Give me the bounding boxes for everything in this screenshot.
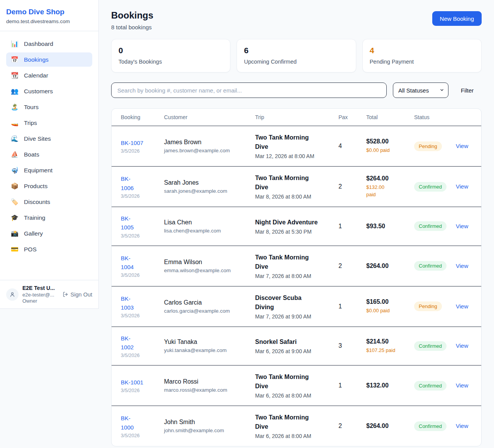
sidebar-item-pos[interactable]: 💳 POS bbox=[6, 242, 92, 256]
booking-id-link[interactable]: BK-1005 bbox=[121, 214, 139, 232]
trip-name: Two Tank Morning Dive bbox=[255, 413, 320, 431]
search-input[interactable] bbox=[111, 83, 387, 98]
table-row: BK-1001 3/5/2026 Marco Rossi marco.rossi… bbox=[112, 365, 481, 406]
booking-date: 3/5/2026 bbox=[121, 313, 159, 318]
sidebar-item-tours[interactable]: 🏝️ Tours bbox=[6, 100, 92, 114]
graduation-cap-icon: 🎓 bbox=[11, 214, 19, 221]
sidebar-item-customers[interactable]: 👥 Customers bbox=[6, 84, 92, 98]
view-link[interactable]: View bbox=[456, 382, 468, 389]
total-cell: $214.50 $107.25 paid bbox=[366, 338, 414, 354]
table-row: BK-1000 3/5/2026 John Smith john.smith@e… bbox=[112, 406, 481, 446]
sign-out-label: Sign Out bbox=[71, 291, 92, 298]
status-cell: Confirmed bbox=[414, 182, 456, 192]
total-amount: $528.00 bbox=[366, 138, 409, 145]
pax-cell: 1 bbox=[338, 382, 366, 389]
customer-cell: Marco Rossi marco.rossi@example.com bbox=[164, 378, 255, 393]
sidebar-item-boats[interactable]: ⛵ Boats bbox=[6, 147, 92, 162]
stat-value: 6 bbox=[244, 46, 349, 55]
speedboat-icon: 🚤 bbox=[11, 119, 19, 126]
pax-cell: 4 bbox=[338, 143, 366, 150]
trip-name: Two Tank Morning Dive bbox=[255, 372, 320, 391]
booking-id-link[interactable]: BK-1001 bbox=[121, 378, 143, 387]
view-link[interactable]: View bbox=[456, 183, 468, 190]
sidebar-item-equipment[interactable]: 🤿 Equipment bbox=[6, 163, 92, 177]
sidebar-item-dive-sites[interactable]: 🌊 Dive Sites bbox=[6, 131, 92, 146]
sidebar-item-discounts[interactable]: 🏷️ Discounts bbox=[6, 195, 92, 209]
status-cell: Confirmed bbox=[414, 341, 456, 351]
status-badge: Confirmed bbox=[414, 341, 447, 351]
stat-label: Upcoming Confirmed bbox=[244, 59, 349, 65]
sidebar-item-dashboard[interactable]: 📊 Dashboard bbox=[6, 37, 92, 51]
column-header-customer: Customer bbox=[164, 114, 255, 120]
view-link[interactable]: View bbox=[456, 342, 468, 349]
booking-id-link[interactable]: BK-1007 bbox=[121, 138, 143, 147]
total-cell: $132.00 bbox=[366, 382, 414, 389]
customer-cell: Carlos Garcia carlos.garcia@example.com bbox=[164, 299, 255, 314]
sidebar-item-label: Discounts bbox=[24, 199, 50, 205]
sidebar-item-gallery[interactable]: 📸 Gallery bbox=[6, 226, 92, 241]
sidebar-item-products[interactable]: 📦 Products bbox=[6, 179, 92, 193]
sidebar-item-calendar[interactable]: 📆 Calendar bbox=[6, 68, 92, 83]
trip-datetime: Mar 7, 2026 at 8:00 AM bbox=[255, 273, 334, 279]
sidebar-item-label: POS bbox=[24, 246, 37, 253]
booking-date: 3/5/2026 bbox=[121, 388, 159, 393]
status-cell: Confirmed bbox=[414, 381, 456, 391]
view-link[interactable]: View bbox=[456, 423, 468, 429]
status-select-wrap: All Statuses bbox=[393, 83, 448, 98]
amount-paid: $0.00 paid bbox=[366, 307, 409, 314]
sign-out-button[interactable]: Sign Out bbox=[63, 291, 92, 298]
booking-id-link[interactable]: BK-1002 bbox=[121, 334, 139, 352]
booking-id-link[interactable]: BK-1000 bbox=[121, 414, 139, 432]
sidebar-item-bookings[interactable]: 📅 Bookings bbox=[6, 52, 92, 67]
customer-cell: John Smith john.smith@example.com bbox=[164, 419, 255, 433]
trip-cell: Snorkel Safari Mar 6, 2026 at 9:00 AM bbox=[255, 337, 338, 354]
actions-cell: View bbox=[456, 303, 472, 310]
booking-date: 3/5/2026 bbox=[121, 233, 159, 239]
sidebar-item-label: Dive Sites bbox=[24, 135, 51, 142]
pax-cell: 2 bbox=[338, 263, 366, 269]
sidebar-item-trips[interactable]: 🚤 Trips bbox=[6, 116, 92, 130]
status-cell: Confirmed bbox=[414, 221, 456, 231]
package-icon: 📦 bbox=[11, 182, 19, 190]
customer-name: Emma Wilson bbox=[164, 259, 250, 266]
trip-datetime: Mar 7, 2026 at 9:00 AM bbox=[255, 313, 334, 320]
view-link[interactable]: View bbox=[456, 303, 468, 310]
table-row: BK-1007 3/5/2026 James Brown james.brown… bbox=[112, 126, 481, 167]
sidebar-item-training[interactable]: 🎓 Training bbox=[6, 211, 92, 225]
user-name: E2E Test U... bbox=[22, 285, 55, 291]
total-cell: $528.00 $0.00 paid bbox=[366, 138, 414, 154]
customer-cell: Emma Wilson emma.wilson@example.com bbox=[164, 259, 255, 273]
view-link[interactable]: View bbox=[456, 143, 468, 149]
booking-id-link[interactable]: BK-1003 bbox=[121, 294, 139, 312]
customer-name: Lisa Chen bbox=[164, 219, 250, 226]
actions-cell: View bbox=[456, 143, 472, 150]
status-cell: Pending bbox=[414, 301, 456, 311]
booking-date: 3/5/2026 bbox=[121, 433, 159, 438]
status-cell: Pending bbox=[414, 141, 456, 151]
booking-id-link[interactable]: BK-1004 bbox=[121, 254, 139, 272]
view-link[interactable]: View bbox=[456, 263, 468, 269]
page-title: Bookings bbox=[111, 10, 153, 21]
status-filter-select[interactable]: All Statuses bbox=[393, 83, 448, 98]
logout-icon bbox=[63, 291, 68, 297]
new-booking-button[interactable]: New Booking bbox=[432, 11, 482, 26]
booking-cell: BK-1001 3/5/2026 bbox=[121, 378, 164, 393]
sidebar-item-label: Boats bbox=[24, 151, 39, 158]
stat-label: Pending Payment bbox=[370, 59, 474, 65]
status-badge: Confirmed bbox=[414, 421, 447, 431]
trip-datetime: Mar 6, 2026 at 8:00 AM bbox=[255, 392, 334, 399]
view-link[interactable]: View bbox=[456, 223, 468, 229]
total-amount: $264.00 bbox=[366, 423, 409, 429]
pax-cell: 3 bbox=[338, 342, 366, 349]
shop-domain: demo.test.divestreams.com bbox=[6, 19, 92, 24]
sidebar-nav: 📊 Dashboard 📅 Bookings 📆 Calendar 👥 Cust… bbox=[0, 31, 98, 280]
filter-button[interactable]: Filter bbox=[461, 87, 474, 94]
status-cell: Confirmed bbox=[414, 421, 456, 431]
trip-cell: Discover Scuba Diving Mar 7, 2026 at 9:0… bbox=[255, 293, 338, 320]
total-cell: $264.00 bbox=[366, 423, 414, 429]
stat-label: Today's Bookings bbox=[118, 59, 223, 65]
trip-datetime: Mar 6, 2026 at 8:00 AM bbox=[255, 433, 334, 439]
booking-id-link[interactable]: BK-1006 bbox=[121, 174, 139, 192]
sidebar-header: Demo Dive Shop demo.test.divestreams.com bbox=[0, 0, 98, 31]
sidebar: Demo Dive Shop demo.test.divestreams.com… bbox=[0, 0, 99, 309]
